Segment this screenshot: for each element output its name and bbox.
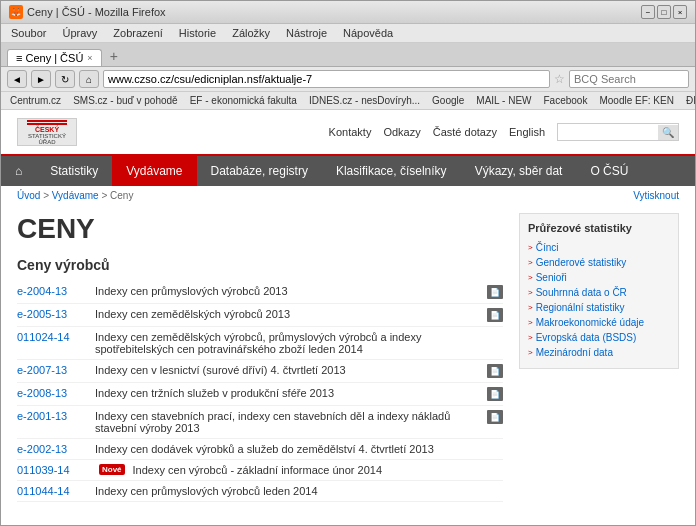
menu-historie[interactable]: Historie bbox=[175, 26, 220, 40]
reload-button[interactable]: ↻ bbox=[55, 70, 75, 88]
site-header: ČESKÝ STATISTICKÝ ÚŘAD Kontakty Odkazy Č… bbox=[1, 110, 695, 156]
nav-ocsu[interactable]: O ČSÚ bbox=[576, 156, 642, 186]
bookmark-mail[interactable]: MAIL - NEW bbox=[473, 94, 534, 107]
nav-home[interactable]: ⌂ bbox=[1, 156, 36, 186]
header-links: Kontakty Odkazy Časté dotazy English 🔍 bbox=[329, 123, 679, 141]
menu-zobrazeni[interactable]: Zobrazení bbox=[109, 26, 167, 40]
address-bar: ◄ ► ↻ ⌂ ☆ bbox=[1, 67, 695, 92]
logo-text-urad: ÚŘAD bbox=[38, 139, 55, 145]
nav-klasifikace[interactable]: Klasifikace, číselníky bbox=[322, 156, 461, 186]
header-link-odkazy[interactable]: Odkazy bbox=[383, 126, 420, 138]
pdf-icon-5: 📄 bbox=[487, 410, 503, 424]
menu-napoveda[interactable]: Nápověda bbox=[339, 26, 397, 40]
item-text-5: Indexy cen stavebních prací, indexy cen … bbox=[95, 410, 479, 434]
nav-statistiky[interactable]: Statistiky bbox=[36, 156, 112, 186]
sidebar-item-genderove[interactable]: > Genderové statistiky bbox=[528, 255, 670, 270]
sidebar-item-mezinarodni[interactable]: > Mezinárodní data bbox=[528, 345, 670, 360]
nav-databaze[interactable]: Databáze, registry bbox=[197, 156, 322, 186]
sidebar-item-makroekonomicke[interactable]: > Makroekonomické údaje bbox=[528, 315, 670, 330]
item-link-7[interactable]: 011039-14 bbox=[17, 464, 87, 476]
home-nav-button[interactable]: ⌂ bbox=[79, 70, 99, 88]
sidebar-title: Průřezové statistiky bbox=[528, 222, 670, 234]
item-link-3[interactable]: e-2007-13 bbox=[17, 364, 87, 376]
bookmark-centrum[interactable]: Centrum.cz bbox=[7, 94, 64, 107]
breadcrumb-vydavame[interactable]: Vydávame bbox=[52, 190, 99, 201]
bookmark-star-icon[interactable]: ☆ bbox=[554, 72, 565, 86]
list-item: 011044-14 Indexy cen průmyslových výrobc… bbox=[17, 481, 503, 502]
nav-vykazy[interactable]: Výkazy, sběr dat bbox=[461, 156, 577, 186]
main-column: CENY Ceny výrobců e-2004-13 Indexy cen p… bbox=[17, 213, 503, 502]
back-button[interactable]: ◄ bbox=[7, 70, 27, 88]
new-badge: Nové bbox=[99, 464, 125, 475]
breadcrumb-uvod[interactable]: Úvod bbox=[17, 190, 40, 201]
bookmark-sms[interactable]: SMS.cz - buď v pohodě bbox=[70, 94, 181, 107]
sidebar-label-5: Makroekonomické údaje bbox=[536, 317, 644, 328]
page-content: ČESKÝ STATISTICKÝ ÚŘAD Kontakty Odkazy Č… bbox=[1, 110, 695, 525]
bookmarks-bar: Centrum.cz SMS.cz - buď v pohodě EF - ek… bbox=[1, 92, 695, 110]
arrow-icon-5: > bbox=[528, 318, 533, 327]
item-link-1[interactable]: e-2005-13 bbox=[17, 308, 87, 320]
item-text-2: Indexy cen zemědělských výrobců, průmysl… bbox=[95, 331, 503, 355]
header-link-kontakty[interactable]: Kontakty bbox=[329, 126, 372, 138]
item-text-6: Indexy cen dodávek výrobků a služeb do z… bbox=[95, 443, 503, 455]
browser-window: 🦊 Ceny | ČSÚ - Mozilla Firefox − □ × Sou… bbox=[0, 0, 696, 526]
menu-soubor[interactable]: Soubor bbox=[7, 26, 50, 40]
list-item: e-2007-13 Indexy cen v lesnictví (surové… bbox=[17, 360, 503, 383]
item-link-2[interactable]: 011024-14 bbox=[17, 331, 87, 343]
forward-button[interactable]: ► bbox=[31, 70, 51, 88]
menu-nastroje[interactable]: Nástroje bbox=[282, 26, 331, 40]
firefox-icon: 🦊 bbox=[9, 5, 23, 19]
search-input[interactable] bbox=[569, 70, 689, 88]
item-link-8[interactable]: 011044-14 bbox=[17, 485, 87, 497]
item-text-1: Indexy cen zemědělských výrobců 2013 bbox=[95, 308, 479, 320]
sidebar-label-2: Senioři bbox=[536, 272, 567, 283]
tab-label: ≡ Ceny | ČSÚ bbox=[16, 52, 83, 64]
item-link-4[interactable]: e-2008-13 bbox=[17, 387, 87, 399]
header-search-button[interactable]: 🔍 bbox=[658, 125, 678, 140]
maximize-button[interactable]: □ bbox=[657, 5, 671, 19]
item-link-0[interactable]: e-2004-13 bbox=[17, 285, 87, 297]
menu-zalozky[interactable]: Záložky bbox=[228, 26, 274, 40]
item-text-4: Indexy cen tržních služeb v produkční sf… bbox=[95, 387, 479, 399]
header-link-english[interactable]: English bbox=[509, 126, 545, 138]
bookmark-ef[interactable]: EF - ekonomická fakulta bbox=[187, 94, 300, 107]
arrow-icon-2: > bbox=[528, 273, 533, 282]
list-item: e-2008-13 Indexy cen tržních služeb v pr… bbox=[17, 383, 503, 406]
bookmark-moodle[interactable]: Moodle EF: KEN bbox=[596, 94, 676, 107]
list-item: e-2005-13 Indexy cen zemědělských výrobc… bbox=[17, 304, 503, 327]
sidebar-label-4: Regionální statistiky bbox=[536, 302, 625, 313]
sidebar-item-regionalni[interactable]: > Regionální statistiky bbox=[528, 300, 670, 315]
menu-bar: Soubor Úpravy Zobrazení Historie Záložky… bbox=[1, 24, 695, 43]
nav-vydavame[interactable]: Vydávame bbox=[112, 156, 196, 186]
logo-red-bar bbox=[27, 120, 67, 122]
sidebar-item-evropska[interactable]: > Evropská data (BSDS) bbox=[528, 330, 670, 345]
tab-close-icon[interactable]: × bbox=[87, 53, 92, 63]
bookmark-distag[interactable]: ĐISTAG portal bbox=[683, 94, 695, 107]
title-bar-left: 🦊 Ceny | ČSÚ - Mozilla Firefox bbox=[9, 5, 166, 19]
title-bar: 🦊 Ceny | ČSÚ - Mozilla Firefox − □ × bbox=[1, 1, 695, 24]
sidebar-label-0: Čínci bbox=[536, 242, 559, 253]
header-search-input[interactable] bbox=[558, 124, 658, 140]
menu-upravy[interactable]: Úpravy bbox=[58, 26, 101, 40]
bookmark-idnes[interactable]: IDNES.cz - nesDovíryh... bbox=[306, 94, 423, 107]
sidebar-item-cinci[interactable]: > Čínci bbox=[528, 240, 670, 255]
minimize-button[interactable]: − bbox=[641, 5, 655, 19]
item-link-6[interactable]: e-2002-13 bbox=[17, 443, 87, 455]
item-text-0: Indexy cen průmyslových výrobců 2013 bbox=[95, 285, 479, 297]
sidebar-item-seniori[interactable]: > Senioři bbox=[528, 270, 670, 285]
bookmark-facebook[interactable]: Facebook bbox=[541, 94, 591, 107]
arrow-icon-0: > bbox=[528, 243, 533, 252]
new-tab-button[interactable]: + bbox=[104, 46, 124, 66]
sidebar-item-souhrnna[interactable]: > Souhrnná data o ČR bbox=[528, 285, 670, 300]
active-tab[interactable]: ≡ Ceny | ČSÚ × bbox=[7, 49, 102, 66]
breadcrumb: Úvod > Vydávame > Ceny bbox=[17, 190, 133, 201]
item-link-5[interactable]: e-2001-13 bbox=[17, 410, 87, 422]
url-input[interactable] bbox=[103, 70, 550, 88]
close-button[interactable]: × bbox=[673, 5, 687, 19]
main-layout: CENY Ceny výrobců e-2004-13 Indexy cen p… bbox=[1, 205, 695, 510]
pdf-icon-1: 📄 bbox=[487, 308, 503, 322]
page-title: CENY bbox=[17, 213, 503, 245]
print-link[interactable]: Vytisknout bbox=[633, 190, 679, 201]
bookmark-google[interactable]: Google bbox=[429, 94, 467, 107]
header-link-caste[interactable]: Časté dotazy bbox=[433, 126, 497, 138]
